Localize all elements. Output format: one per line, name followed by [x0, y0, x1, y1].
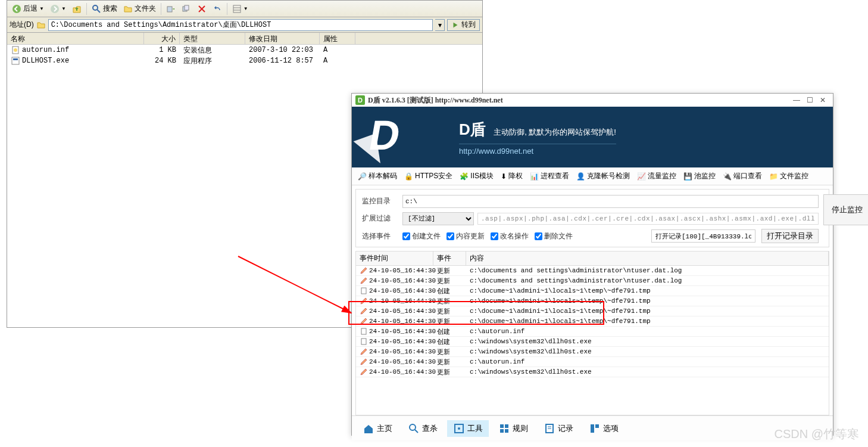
tool-icon: 📁 [769, 172, 778, 181]
address-label: 地址(D) [10, 20, 34, 30]
event-row[interactable]: 24-10-05_16:44:30 创建 c:\docume~1\admini~… [356, 286, 829, 296]
go-button[interactable]: 转到 [447, 19, 480, 31]
folders-button[interactable]: 文件夹 [121, 2, 158, 15]
event-row[interactable]: 24-10-05_16:44:30 创建 c:\autorun.inf [356, 327, 829, 337]
nav-home[interactable]: 主页 [357, 420, 398, 437]
event-table-header[interactable]: 事件时间 事件 内容 [356, 252, 829, 266]
col-size[interactable]: 大小 [144, 33, 180, 44]
close-button[interactable]: ✕ [816, 96, 829, 104]
move-button[interactable] [164, 3, 178, 15]
views-button[interactable]: ▼ [230, 3, 251, 15]
tool-icon: 💾 [683, 172, 692, 181]
svg-rect-4 [167, 7, 172, 12]
event-row[interactable]: 24-10-05_16:44:30 更新 c:\windows\system32… [356, 367, 829, 377]
tool-icon: ⬇ [501, 172, 507, 181]
event-row[interactable]: 24-10-05_16:44:30 创建 c:\windows\system32… [356, 337, 829, 347]
banner: D D盾 主动防御, 默默为你的网站保驾护航! http://www.d99ne… [352, 107, 833, 167]
svg-rect-18 [361, 339, 366, 344]
tool-icon: 📈 [637, 172, 646, 181]
tool-6[interactable]: 📈流量监控 [635, 170, 679, 182]
chk-create[interactable]: 创建文件 [402, 231, 441, 241]
maximize-button[interactable]: ☐ [803, 96, 816, 104]
svg-line-20 [415, 430, 418, 433]
svg-rect-26 [505, 429, 508, 433]
explorer-toolbar: 后退▼ ▼ 搜索 文件夹 ▼ [7, 1, 482, 17]
event-row[interactable]: 24-10-05_16:44:30 更新 c:\autorun.inf [356, 357, 829, 367]
svg-text:D: D [358, 97, 363, 104]
ext-select[interactable]: [不过滤] [402, 212, 474, 225]
address-dropdown[interactable]: ▾ [435, 19, 445, 31]
undo-button[interactable] [210, 3, 224, 15]
svg-rect-31 [595, 424, 599, 428]
col-type[interactable]: 类型 [180, 33, 245, 44]
event-table-body[interactable]: 24-10-05_16:44:30 更新 c:\documents and se… [356, 266, 829, 415]
col-name[interactable]: 名称 [7, 33, 144, 44]
tool-7[interactable]: 💾池监控 [681, 170, 718, 182]
ext-list: .asp|.aspx|.php|.asa|.cdx|.cer|.cre|.cdx… [477, 213, 819, 225]
delete-button[interactable] [195, 3, 209, 15]
minimize-button[interactable]: — [790, 96, 803, 104]
svg-rect-30 [591, 424, 594, 433]
tool-8[interactable]: 🔌端口查看 [720, 170, 764, 182]
banner-slogan: 主动防御, 默默为你的网站保驾护航! [494, 127, 616, 138]
event-row[interactable]: 24-10-05_16:44:30 更新 c:\docume~1\admini~… [356, 316, 829, 327]
svg-rect-17 [361, 328, 366, 334]
explorer-column-header[interactable]: 名称 大小 类型 修改日期 属性 [7, 33, 482, 45]
tool-2[interactable]: 🧩IIS模块 [457, 170, 496, 182]
chk-content[interactable]: 内容更新 [447, 231, 485, 241]
tool-icon: 🧩 [460, 172, 469, 181]
dshield-toolbar: 🔎样本解码🔒HTTPS安全🧩IIS模块⬇降权📊进程查看👤克隆帐号检测📈流量监控💾… [352, 167, 833, 185]
nav-scan[interactable]: 查杀 [402, 420, 444, 437]
address-bar: 地址(D) ▾ 转到 [7, 17, 482, 33]
dshield-titlebar: D D盾 v2.1.6.3 [测试版] http://www.d99net.ne… [352, 94, 833, 107]
nav-options[interactable]: 选项 [583, 420, 625, 437]
event-row[interactable]: 24-10-05_16:44:30 更新 c:\documents and se… [356, 276, 829, 286]
nav-rules[interactable]: 规则 [492, 420, 534, 437]
ext-label: 扩展过滤 [362, 213, 398, 224]
nav-log[interactable]: 记录 [538, 420, 579, 437]
col-event-time[interactable]: 事件时间 [356, 252, 433, 265]
col-modified[interactable]: 修改日期 [245, 33, 320, 44]
folders-label: 文件夹 [135, 4, 156, 14]
log-file-input[interactable] [651, 229, 755, 243]
event-row[interactable]: 24-10-05_16:44:30 更新 c:\docume~1\admini~… [356, 296, 829, 306]
tool-9[interactable]: 📁文件监控 [767, 170, 811, 182]
copy-button[interactable] [179, 3, 193, 15]
open-log-dir-button[interactable]: 打开记录目录 [761, 229, 819, 243]
address-input[interactable] [48, 19, 433, 31]
svg-rect-6 [185, 5, 189, 10]
explorer-file-list[interactable]: autorun.inf 1 KB 安装信息 2007-3-10 22:03 A … [7, 45, 482, 66]
svg-point-1 [51, 5, 59, 13]
tool-0[interactable]: 🔎样本解码 [355, 170, 399, 182]
chk-delete[interactable]: 删除文件 [535, 231, 573, 241]
up-button[interactable] [70, 3, 84, 15]
file-row[interactable]: DLLHOST.exe 24 KB 应用程序 2006-11-12 8:57 A [7, 55, 482, 66]
back-button[interactable]: 后退▼ [10, 2, 46, 15]
tool-1[interactable]: 🔒HTTPS安全 [402, 170, 455, 182]
stop-monitor-button[interactable]: 停止监控 [823, 194, 868, 225]
col-event-content[interactable]: 内容 [466, 252, 829, 265]
svg-rect-25 [500, 429, 504, 433]
tool-3[interactable]: ⬇降权 [498, 170, 525, 182]
dshield-window: D D盾 v2.1.6.3 [测试版] http://www.d99net.ne… [351, 93, 833, 436]
svg-rect-23 [500, 424, 504, 428]
col-attr[interactable]: 属性 [320, 33, 355, 44]
event-row[interactable]: 24-10-05_16:44:30 更新 c:\documents and se… [356, 266, 829, 276]
folder-icon [36, 20, 46, 30]
search-button[interactable]: 搜索 [89, 2, 120, 15]
event-row[interactable]: 24-10-05_16:44:30 更新 c:\windows\system32… [356, 347, 829, 357]
tool-4[interactable]: 📊进程查看 [527, 170, 572, 182]
event-row[interactable]: 24-10-05_16:44:30 更新 c:\docume~1\admini~… [356, 306, 829, 316]
bottom-nav: 主页 查杀 工具 规则 记录 选项 [352, 415, 833, 440]
svg-rect-7 [233, 5, 241, 13]
tool-5[interactable]: 👤克隆帐号检测 [574, 170, 632, 182]
col-event-type[interactable]: 事件 [433, 252, 466, 265]
file-row[interactable]: autorun.inf 1 KB 安装信息 2007-3-10 22:03 A [7, 45, 482, 55]
forward-button[interactable]: ▼ [48, 3, 68, 15]
nav-tools[interactable]: 工具 [447, 420, 489, 437]
tool-icon: 👤 [576, 172, 585, 181]
chk-rename[interactable]: 改名操作 [491, 231, 529, 241]
back-label: 后退 [23, 4, 38, 14]
dir-input[interactable] [402, 195, 819, 208]
svg-point-11 [14, 48, 17, 52]
